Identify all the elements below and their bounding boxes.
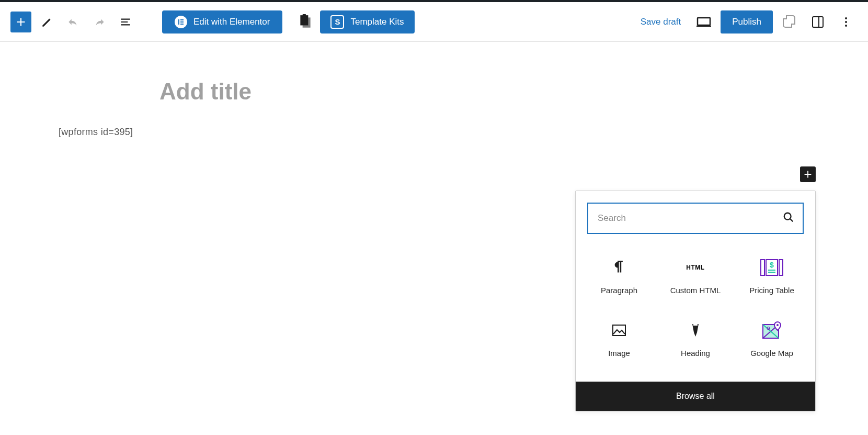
- block-paragraph[interactable]: Paragraph: [581, 246, 657, 308]
- svg-point-27: [776, 324, 779, 326]
- undo-button[interactable]: [63, 12, 84, 32]
- elementor-icon: [175, 16, 187, 28]
- block-google-map[interactable]: G Google Map: [734, 308, 810, 371]
- elementor-label: Edit with Elementor: [193, 17, 270, 27]
- template-kits-icon: S: [330, 15, 344, 29]
- block-label: Custom HTML: [670, 286, 721, 295]
- more-vertical-icon: [840, 16, 852, 28]
- svg-rect-21: [613, 325, 625, 336]
- svg-rect-22: [693, 324, 698, 326]
- svg-point-12: [845, 25, 847, 27]
- plugin-button[interactable]: [778, 10, 801, 34]
- yoast-icon: [782, 15, 797, 29]
- plus-icon: [14, 15, 28, 29]
- block-label: Paragraph: [601, 286, 637, 295]
- svg-text:G: G: [767, 326, 770, 331]
- block-label: Google Map: [750, 349, 793, 358]
- document-overview-button[interactable]: [115, 12, 136, 32]
- heading-icon: [691, 322, 700, 338]
- clipboard-icon: [299, 14, 312, 30]
- paragraph-icon: [613, 260, 625, 275]
- svg-line-14: [790, 219, 793, 222]
- svg-text:$: $: [770, 261, 774, 269]
- block-grid: Paragraph HTML Custom HTML $ Pricing Tab…: [576, 246, 815, 382]
- search-field-wrap: [587, 203, 804, 234]
- plus-icon: [802, 169, 814, 180]
- add-block-button[interactable]: [800, 166, 816, 182]
- block-custom-html[interactable]: HTML Custom HTML: [657, 246, 734, 308]
- browse-all-button[interactable]: Browse all: [576, 382, 815, 411]
- list-view-icon: [119, 15, 132, 29]
- svg-rect-16: [779, 260, 783, 275]
- svg-rect-1: [180, 19, 184, 20]
- block-inserter-panel: Paragraph HTML Custom HTML $ Pricing Tab…: [575, 191, 816, 411]
- toggle-block-inserter-button[interactable]: [10, 12, 31, 32]
- toolbar-right: Save draft Publish: [634, 10, 858, 34]
- block-pricing-table[interactable]: $ Pricing Table: [734, 246, 810, 308]
- shortcode-block[interactable]: [wpforms id=395]: [59, 127, 868, 138]
- block-label: Pricing Table: [749, 286, 794, 295]
- svg-rect-15: [761, 260, 764, 275]
- block-image[interactable]: Image: [581, 308, 657, 371]
- tools-button[interactable]: [37, 12, 58, 32]
- svg-point-13: [784, 213, 791, 220]
- toolbar-left: Edit with Elementor S Template Kits: [10, 10, 415, 34]
- pencil-icon: [40, 15, 54, 29]
- editor-canvas: [wpforms id=395]: [0, 79, 868, 138]
- template-kits-label: Template Kits: [350, 17, 404, 27]
- post-title-input[interactable]: [159, 79, 578, 105]
- preview-button[interactable]: [692, 10, 715, 34]
- redo-button[interactable]: [89, 12, 110, 32]
- svg-rect-7: [698, 18, 710, 25]
- svg-point-11: [845, 21, 847, 23]
- editor-toolbar: Edit with Elementor S Template Kits Save…: [0, 2, 868, 42]
- svg-rect-3: [180, 24, 184, 25]
- svg-rect-0: [178, 19, 179, 25]
- redo-icon: [93, 15, 106, 29]
- publish-button[interactable]: Publish: [721, 10, 773, 34]
- desktop-icon: [696, 16, 711, 28]
- save-draft-button[interactable]: Save draft: [634, 13, 688, 31]
- block-label: Image: [608, 349, 630, 358]
- clipboard-button[interactable]: [297, 13, 314, 31]
- settings-sidebar-button[interactable]: [806, 10, 829, 34]
- block-label: Heading: [681, 349, 710, 358]
- svg-rect-8: [813, 17, 823, 27]
- pricing-table-icon: $: [760, 260, 783, 275]
- edit-with-elementor-button[interactable]: Edit with Elementor: [162, 10, 282, 34]
- html-icon: HTML: [686, 260, 704, 275]
- image-icon: [612, 322, 626, 338]
- sidebar-icon: [812, 16, 824, 28]
- block-search-input[interactable]: [588, 204, 803, 233]
- options-button[interactable]: [835, 10, 858, 34]
- google-map-icon: G: [762, 322, 782, 338]
- undo-icon: [66, 15, 80, 29]
- svg-rect-2: [180, 21, 184, 23]
- inserter-search-container: [576, 191, 815, 246]
- block-heading[interactable]: Heading: [657, 308, 734, 371]
- search-icon: [783, 211, 794, 225]
- svg-point-10: [845, 17, 847, 19]
- template-kits-button[interactable]: S Template Kits: [320, 10, 414, 34]
- svg-rect-6: [303, 14, 306, 17]
